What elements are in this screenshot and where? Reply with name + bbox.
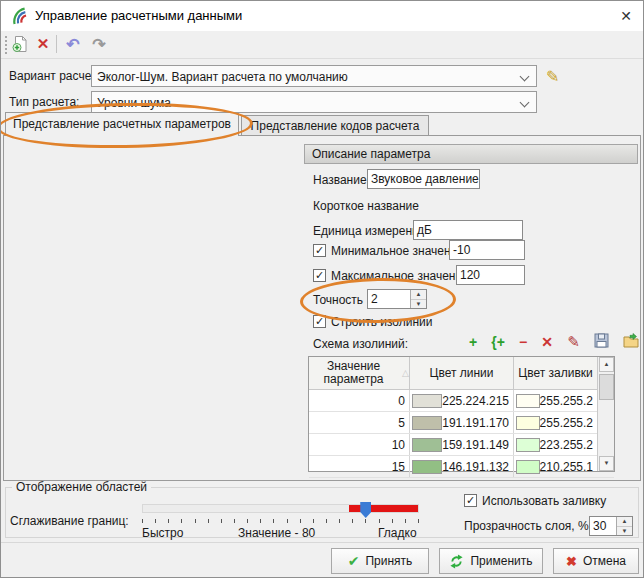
scroll-down-icon[interactable]: ▼ bbox=[599, 456, 614, 471]
max-checkbox[interactable]: ✓ bbox=[313, 269, 326, 282]
col-header-value[interactable]: Значение параметра △ bbox=[309, 357, 410, 389]
isolines-checkbox[interactable]: ✓ bbox=[313, 315, 326, 328]
cell-fill-color[interactable]: 255.255.2 bbox=[514, 412, 597, 433]
delete-button[interactable]: ✕ bbox=[32, 33, 54, 55]
slider-tick bbox=[273, 519, 274, 523]
add-button[interactable] bbox=[9, 33, 31, 55]
color-swatch[interactable] bbox=[412, 394, 442, 408]
title-bar: Управление расчетными данными ✕ bbox=[1, 1, 643, 32]
cell-line-color[interactable]: 159.191.149 bbox=[410, 434, 514, 455]
slider-tick bbox=[181, 519, 182, 523]
col-header-line-color[interactable]: Цвет линии bbox=[410, 357, 514, 389]
add-row-icon[interactable]: + bbox=[469, 334, 477, 350]
accept-button[interactable]: ✔ Принять bbox=[331, 548, 429, 574]
chevron-down-icon bbox=[520, 98, 530, 108]
load-scheme-icon[interactable] bbox=[623, 333, 639, 351]
add-page-icon bbox=[11, 35, 29, 53]
tab-codes[interactable]: Представление кодов расчета bbox=[241, 115, 429, 136]
slider-tick bbox=[392, 519, 393, 523]
tab-parameters[interactable]: Представление расчетных параметров bbox=[5, 112, 239, 136]
slider-tick bbox=[326, 519, 327, 523]
slider-tick bbox=[300, 519, 301, 523]
cell-line-color[interactable]: 146.191.132 bbox=[410, 456, 514, 477]
table-row[interactable]: 0225.224.215255.255.2 bbox=[309, 390, 614, 412]
cell-value[interactable]: 10 bbox=[309, 434, 410, 455]
slider-value-label: Значение - 80 bbox=[238, 526, 315, 540]
smoothing-slider[interactable] bbox=[142, 504, 419, 513]
cell-line-color[interactable]: 191.191.170 bbox=[410, 412, 514, 433]
cell-fill-color[interactable]: 255.255.2 bbox=[514, 390, 597, 411]
color-swatch[interactable] bbox=[516, 394, 540, 408]
max-input[interactable]: 120 bbox=[456, 265, 525, 285]
remove-row-icon[interactable]: − bbox=[519, 334, 527, 350]
save-scheme-icon[interactable] bbox=[594, 333, 609, 351]
slider-right-label: Гладко bbox=[378, 526, 417, 540]
slider-tick bbox=[260, 519, 261, 523]
slider-tick bbox=[195, 519, 196, 523]
col-header-fill-color[interactable]: Цвет заливки bbox=[514, 357, 597, 389]
variant-combobox[interactable]: Эколог-Шум. Вариант расчета по умолчанию bbox=[91, 65, 537, 87]
slider-tick bbox=[142, 519, 143, 523]
spin-up-icon[interactable]: ▲ bbox=[411, 290, 426, 300]
add-range-icon[interactable]: {+ bbox=[491, 334, 505, 350]
apply-button[interactable]: Применить bbox=[439, 548, 543, 574]
scrollbar-thumb[interactable] bbox=[599, 374, 614, 400]
cell-value[interactable]: 5 bbox=[309, 412, 410, 433]
undo-button[interactable]: ↶ bbox=[62, 33, 84, 55]
max-label: Максимальное значение bbox=[331, 269, 469, 283]
redo-icon: ↷ bbox=[92, 35, 105, 54]
rgb-text: 225.224.215 bbox=[442, 394, 509, 408]
slider-ticks bbox=[142, 519, 419, 523]
edit-variant-icon[interactable]: ✎ bbox=[546, 67, 559, 86]
precision-spinner[interactable]: 2 ▲ ▼ bbox=[367, 289, 427, 309]
opacity-spinner[interactable]: 30 ▲ ▼ bbox=[589, 516, 633, 536]
table-row[interactable]: 15146.191.132210.255.1 bbox=[309, 456, 614, 478]
table-row[interactable]: 10159.191.149223.255.2 bbox=[309, 434, 614, 456]
table-scrollbar[interactable]: ▲ ▼ bbox=[597, 357, 614, 471]
cell-line-color[interactable]: 225.224.215 bbox=[410, 390, 514, 411]
use-fill-checkbox[interactable]: ✓ bbox=[464, 494, 477, 507]
slider-thumb[interactable] bbox=[360, 502, 371, 518]
edit-row-icon[interactable]: ✎ bbox=[567, 334, 580, 350]
rgb-text: 255.255.2 bbox=[540, 416, 593, 430]
scroll-up-icon[interactable]: ▲ bbox=[599, 357, 614, 372]
color-swatch[interactable] bbox=[412, 416, 442, 430]
color-swatch[interactable] bbox=[412, 460, 442, 474]
cell-fill-color[interactable]: 210.255.1 bbox=[514, 456, 597, 477]
min-input[interactable]: -10 bbox=[449, 240, 525, 260]
slider-tick bbox=[221, 519, 222, 523]
slider-tick bbox=[247, 519, 248, 523]
spin-down-icon[interactable]: ▼ bbox=[617, 527, 632, 536]
slider-red-zone bbox=[349, 505, 418, 512]
table-row[interactable]: 5191.191.170255.255.2 bbox=[309, 412, 614, 434]
slider-tick bbox=[352, 519, 353, 523]
toolbar-grip bbox=[4, 35, 8, 54]
slider-tick bbox=[418, 519, 419, 523]
rgb-text: 210.255.1 bbox=[540, 460, 593, 474]
redo-button[interactable]: ↷ bbox=[88, 33, 110, 55]
type-combobox[interactable]: Уровни шума bbox=[91, 91, 537, 113]
unit-input[interactable]: дБ bbox=[413, 220, 523, 240]
unit-label: Единица измерения bbox=[313, 224, 425, 238]
slider-tick bbox=[405, 519, 406, 523]
cell-value[interactable]: 15 bbox=[309, 456, 410, 477]
description-header: Описание параметра bbox=[304, 144, 638, 164]
slider-tick bbox=[168, 519, 169, 523]
color-swatch[interactable] bbox=[516, 460, 540, 474]
rgb-text: 255.255.2 bbox=[540, 394, 593, 408]
name-input[interactable]: Звуковое давление bbox=[367, 169, 480, 189]
dialog-window: Управление расчетными данными ✕ ✕ ↶ ↷ Ва… bbox=[0, 0, 644, 578]
color-swatch[interactable] bbox=[412, 438, 442, 452]
spin-up-icon[interactable]: ▲ bbox=[617, 517, 632, 527]
color-swatch[interactable] bbox=[516, 438, 540, 452]
close-icon[interactable]: ✕ bbox=[609, 1, 643, 31]
precision-value: 2 bbox=[371, 291, 378, 307]
clear-icon[interactable]: ✕ bbox=[541, 334, 553, 350]
cell-value[interactable]: 0 bbox=[309, 390, 410, 411]
min-checkbox[interactable]: ✓ bbox=[313, 244, 326, 257]
spin-down-icon[interactable]: ▼ bbox=[411, 300, 426, 309]
color-swatch[interactable] bbox=[516, 416, 540, 430]
cell-fill-color[interactable]: 223.255.2 bbox=[514, 434, 597, 455]
cancel-button[interactable]: ✖ Отмена bbox=[553, 548, 639, 574]
smoothing-label: Сглаживание границ: bbox=[10, 514, 129, 528]
